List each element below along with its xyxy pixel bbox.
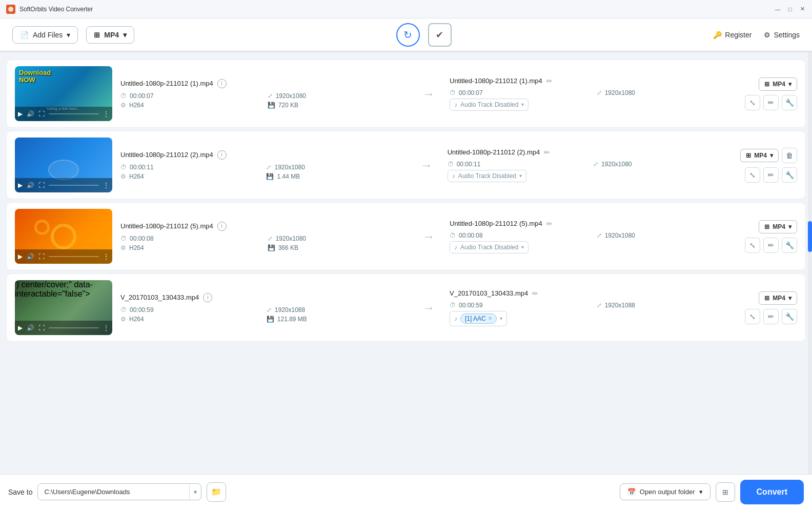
open-output-folder-button[interactable]: 📅 Open output folder ▾ bbox=[620, 483, 710, 500]
check-button[interactable]: ✔ bbox=[428, 23, 452, 47]
audio-chevron-2: ▾ bbox=[519, 173, 522, 179]
browse-folder-button[interactable]: 📁 bbox=[207, 482, 226, 502]
audio-dropdown-4[interactable]: ♪ [1] AAC ✕ ▾ bbox=[450, 311, 507, 326]
play-button-2[interactable]: ▶ bbox=[18, 182, 23, 189]
save-path-chevron-icon[interactable]: ▾ bbox=[189, 484, 201, 500]
settings-button[interactable]: ⚙ Settings bbox=[764, 31, 800, 39]
file-info-3: Untitled-1080p-211012 (5).mp4 i ⏱00:00:0… bbox=[120, 222, 408, 251]
volume-button-4[interactable]: 🔊 bbox=[27, 324, 34, 331]
output-actions-4: ⊞ MP4 ▾ ⤡ ✏ 🔧 bbox=[745, 291, 797, 324]
effects-button-2[interactable]: 🔧 bbox=[782, 167, 797, 183]
audio-dropdown-2[interactable]: ♪ Audio Track Disabled ▾ bbox=[448, 170, 526, 182]
open-output-folder-label: Open output folder bbox=[640, 488, 695, 496]
out-resize-icon-3: ⤢ bbox=[597, 232, 602, 239]
edit-name-button-4[interactable]: ✏ bbox=[532, 289, 538, 298]
play-button-4[interactable]: ▶ bbox=[18, 324, 23, 331]
volume-button-3[interactable]: 🔊 bbox=[27, 253, 34, 260]
register-button[interactable]: 🔑 Register bbox=[713, 31, 752, 39]
minimize-button[interactable]: — bbox=[774, 6, 781, 13]
audio-tag-close-4[interactable]: ✕ bbox=[488, 316, 492, 321]
output-format-button-1[interactable]: ⊞ MP4 ▾ bbox=[759, 77, 797, 91]
play-button-1[interactable]: ▶ bbox=[18, 110, 23, 118]
edit-button-1[interactable]: ✏ bbox=[763, 95, 779, 110]
out-resize-icon-2: ⤢ bbox=[593, 161, 598, 168]
volume-button-2[interactable]: 🔊 bbox=[27, 182, 34, 189]
window-controls: — □ ✕ bbox=[774, 6, 806, 13]
close-button[interactable]: ✕ bbox=[799, 6, 806, 13]
more-button-1[interactable]: ⋮ bbox=[103, 110, 109, 118]
edit-name-button-3[interactable]: ✏ bbox=[546, 220, 553, 228]
arrow-right-icon-4: → bbox=[422, 301, 435, 315]
output-format-button-4[interactable]: ⊞ MP4 ▾ bbox=[759, 291, 797, 305]
convert-button[interactable]: Convert bbox=[740, 480, 804, 504]
more-button-3[interactable]: ⋮ bbox=[103, 253, 109, 260]
edit-button-2[interactable]: ✏ bbox=[763, 167, 779, 183]
save-to-path: ▾ bbox=[37, 483, 201, 500]
volume-button-1[interactable]: 🔊 bbox=[27, 110, 34, 118]
action-buttons-3: ⤡ ✏ 🔧 bbox=[745, 238, 797, 253]
crop-button-2[interactable]: ⤡ bbox=[745, 167, 760, 183]
info-button-2[interactable]: i bbox=[217, 150, 227, 160]
thumb-overlay-4: ▶ 🔊 ⛶ ⋮ bbox=[15, 321, 112, 335]
audio-dropdown-1[interactable]: ♪ Audio Track Disabled ▾ bbox=[450, 99, 529, 111]
fullscreen-button-2[interactable]: ⛶ bbox=[38, 182, 45, 189]
thumbnail-2[interactable]: ▶ 🔊 ⛶ ⋮ bbox=[15, 138, 112, 192]
maximize-button[interactable]: □ bbox=[786, 6, 794, 13]
more-button-2[interactable]: ⋮ bbox=[103, 182, 109, 189]
audio-dropdown-3[interactable]: ♪ Audio Track Disabled ▾ bbox=[450, 241, 529, 253]
effects-button-3[interactable]: 🔧 bbox=[782, 238, 797, 253]
grid-view-button[interactable]: ⊞ bbox=[716, 482, 735, 502]
codec-icon-3: ⚙ bbox=[120, 244, 126, 251]
fullscreen-button-1[interactable]: ⛶ bbox=[38, 110, 45, 118]
output-filename-2: Untitled-1080p-211012 (2).mp4 bbox=[448, 148, 540, 156]
refresh-icon: ↻ bbox=[403, 29, 412, 41]
edit-button-3[interactable]: ✏ bbox=[763, 238, 779, 253]
grid-icon: ⊞ bbox=[722, 488, 728, 496]
output-actions-2: ⊞ MP4 ▾ 🗑 ⤡ ✏ 🔧 bbox=[740, 148, 797, 183]
scrollbar[interactable] bbox=[808, 52, 812, 474]
duration-2: 00:00:11 bbox=[130, 164, 154, 171]
format-chevron-icon-4: ▾ bbox=[788, 295, 791, 302]
codec-icon-4: ⚙ bbox=[120, 316, 126, 323]
size-icon-1: 💾 bbox=[268, 102, 275, 109]
info-button-4[interactable]: i bbox=[203, 293, 212, 302]
output-filename-1: Untitled-1080p-211012 (1).mp4 bbox=[450, 77, 542, 85]
effects-button-1[interactable]: 🔧 bbox=[782, 95, 797, 110]
output-format-button-2[interactable]: ⊞ MP4 ▾ bbox=[740, 149, 779, 162]
refresh-button[interactable]: ↻ bbox=[396, 23, 420, 47]
info-button-3[interactable]: i bbox=[217, 222, 227, 231]
scroll-thumb[interactable] bbox=[808, 221, 812, 252]
crop-button-4[interactable]: ⤡ bbox=[745, 309, 760, 324]
progress-bar-1 bbox=[49, 113, 99, 114]
output-format-button-3[interactable]: ⊞ MP4 ▾ bbox=[759, 220, 797, 233]
delete-button-2[interactable]: 🗑 bbox=[782, 148, 797, 163]
resolution-4: 1920x1088 bbox=[275, 306, 305, 314]
fullscreen-button-4[interactable]: ⛶ bbox=[38, 324, 45, 331]
info-button-1[interactable]: i bbox=[217, 79, 227, 88]
crop-button-3[interactable]: ⤡ bbox=[745, 238, 760, 253]
output-filename-3: Untitled-1080p-211012 (5).mp4 bbox=[450, 220, 542, 227]
out-resolution-2: 1920x1080 bbox=[601, 161, 632, 168]
edit-button-4[interactable]: ✏ bbox=[763, 309, 779, 324]
crop-button-1[interactable]: ⤡ bbox=[745, 95, 760, 110]
svg-point-0 bbox=[8, 7, 13, 12]
edit-name-button-1[interactable]: ✏ bbox=[546, 77, 553, 85]
thumbnail-3[interactable]: ▶ 🔊 ⛶ ⋮ bbox=[15, 209, 112, 264]
more-button-4[interactable]: ⋮ bbox=[103, 324, 109, 331]
fullscreen-button-3[interactable]: ⛶ bbox=[38, 253, 45, 260]
input-filename-2: Untitled-1080p-211012 (2).mp4 bbox=[120, 151, 213, 159]
resize-icon-1: ⤢ bbox=[268, 92, 273, 100]
size-2: 1.44 MB bbox=[277, 173, 300, 180]
thumbnail-1[interactable]: DownloadNOW Using a link belo... ▶ 🔊 ⛶ ⋮ bbox=[15, 66, 112, 121]
effects-button-4[interactable]: 🔧 bbox=[782, 309, 797, 324]
save-path-input[interactable] bbox=[38, 484, 189, 500]
thumbnail-4[interactable]: ') center/cover;" data-interactable="fal… bbox=[15, 280, 112, 335]
edit-name-button-2[interactable]: ✏ bbox=[544, 148, 550, 156]
arrow-right-icon-1: → bbox=[422, 87, 435, 101]
check-icon: ✔ bbox=[436, 29, 443, 41]
format-button[interactable]: ⊞ MP4 ▾ bbox=[86, 26, 134, 44]
play-button-3[interactable]: ▶ bbox=[18, 253, 23, 260]
output-format-label-4: MP4 bbox=[773, 295, 785, 302]
format-label: MP4 bbox=[104, 31, 119, 39]
add-files-button[interactable]: 📄 Add Files ▾ bbox=[12, 26, 78, 44]
